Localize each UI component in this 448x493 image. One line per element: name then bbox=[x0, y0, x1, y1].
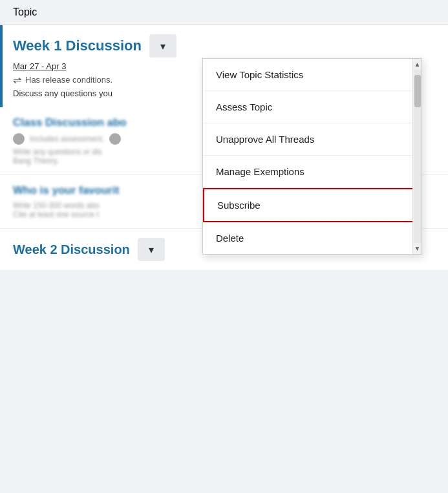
topic1-body-line1: Write any questions or dis bbox=[13, 147, 213, 156]
release-conditions-icon: ⇌ bbox=[13, 74, 21, 86]
dropdown-menu: ▲ ▼ View Topic StatisticsAssess TopicUna… bbox=[202, 58, 422, 255]
week1-dropdown-button[interactable]: ▾ bbox=[149, 34, 176, 58]
dropdown-scrollbar[interactable]: ▲ ▼ bbox=[412, 59, 421, 254]
release-conditions-text: Has release conditions. bbox=[25, 75, 112, 85]
dropdown-item-view-topic-statistics[interactable]: View Topic Statistics bbox=[203, 59, 421, 91]
scroll-down-arrow[interactable]: ▼ bbox=[414, 243, 421, 254]
topic1-title[interactable]: Class Discussion abo bbox=[13, 116, 207, 129]
scroll-track bbox=[414, 70, 421, 243]
topic1-body-line2: Bang Theory. bbox=[13, 156, 213, 165]
week1-header: Week 1 Discussion ▾ bbox=[13, 34, 435, 58]
header-label: Topic bbox=[13, 6, 37, 17]
page-container: Topic Week 1 Discussion ▾ Mar 27 - Apr 3… bbox=[0, 0, 448, 493]
dropdown-item-manage-exemptions[interactable]: Manage Exemptions bbox=[203, 156, 421, 188]
page-header: Topic bbox=[0, 0, 448, 25]
chevron-down-icon: ▾ bbox=[160, 40, 165, 52]
dropdown-item-assess-topic[interactable]: Assess Topic bbox=[203, 91, 421, 123]
topic2-body-line2: Cite at least one source t bbox=[13, 210, 213, 219]
topic1-body: Write any questions or dis Bang Theory. bbox=[13, 147, 213, 165]
topic2-title[interactable]: Who is your favourit bbox=[13, 184, 207, 197]
dropdown-item-subscribe[interactable]: Subscribe bbox=[203, 188, 421, 222]
week2-title: Week 2 Discussion bbox=[13, 242, 130, 257]
chevron-down-icon-week2: ▾ bbox=[149, 244, 154, 256]
dropdown-items-container: View Topic StatisticsAssess TopicUnappro… bbox=[203, 59, 421, 254]
topic2-body-line1: Write 150-300 words abo bbox=[13, 201, 213, 210]
topic2-body: Write 150-300 words abo Cite at least on… bbox=[13, 201, 213, 219]
dropdown-item-delete[interactable]: Delete bbox=[203, 222, 421, 254]
assessment-icon bbox=[109, 133, 121, 145]
scroll-thumb bbox=[414, 75, 421, 107]
user-icon bbox=[13, 133, 25, 145]
dropdown-item-unapprove-all-threads[interactable]: Unapprove All Threads bbox=[203, 123, 421, 156]
topic1-meta-text: Includes assessment. bbox=[30, 134, 104, 143]
week2-dropdown-button[interactable]: ▾ bbox=[138, 238, 165, 261]
week1-title: Week 1 Discussion bbox=[13, 37, 142, 54]
scroll-up-arrow[interactable]: ▲ bbox=[414, 59, 421, 70]
